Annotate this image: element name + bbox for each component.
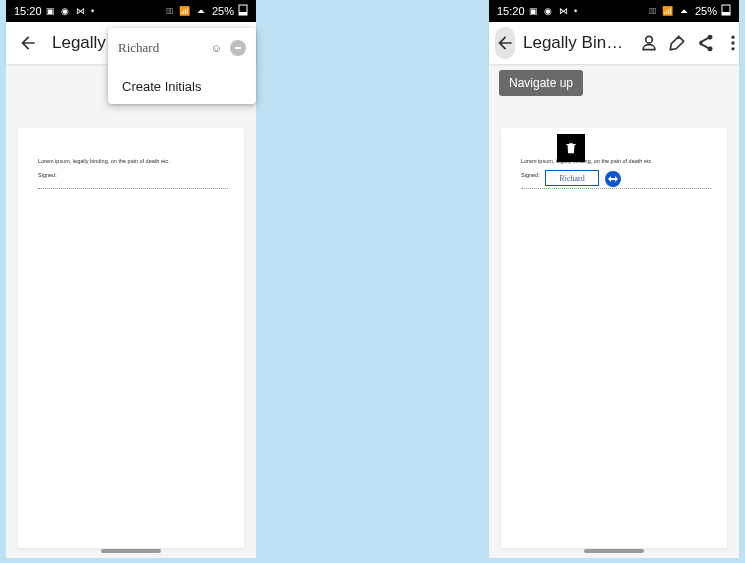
status-left-icons: ▣ ◉ ⋈ • <box>46 6 97 16</box>
signature-line <box>521 188 711 189</box>
minus-icon <box>233 43 243 53</box>
smiley-icon: ☺ <box>211 42 222 54</box>
signature-option[interactable]: Richard ☺ <box>108 28 256 68</box>
resize-handle[interactable] <box>605 171 621 187</box>
arrow-left-icon <box>18 33 38 53</box>
svg-point-7 <box>732 47 735 50</box>
phone-screenshot-left: 15:20 ▣ ◉ ⋈ • ◀⃠ 📶 ⏶ 25% Legally Bin… Ri… <box>6 0 256 558</box>
app-bar: Legally Bin… <box>489 22 739 64</box>
document-page[interactable]: Lorem ipsum, legally binding, on the pai… <box>501 128 727 548</box>
overflow-button[interactable] <box>723 27 743 59</box>
battery-icon <box>238 4 248 18</box>
pen-nib-icon <box>667 33 687 53</box>
document-signed-label: Signed: <box>521 172 540 178</box>
remove-signature-button[interactable] <box>230 40 246 56</box>
status-bar: 15:20 ▣ ◉ ⋈ • ◀⃠ 📶 ⏶ 25% <box>6 0 256 22</box>
placed-signature-text: Richard <box>559 174 584 183</box>
svg-rect-1 <box>239 12 247 15</box>
svg-rect-2 <box>235 47 241 49</box>
back-button[interactable] <box>495 27 515 59</box>
status-battery: 25% <box>695 5 717 17</box>
document-page[interactable]: Lorem ipsum, legally binding, on the pai… <box>18 128 244 548</box>
trash-icon <box>564 141 578 155</box>
sign-button[interactable] <box>667 27 687 59</box>
back-button[interactable] <box>12 27 44 59</box>
status-battery: 25% <box>212 5 234 17</box>
create-initials-item[interactable]: Create Initials <box>108 68 256 104</box>
app-title: Legally Bin… <box>523 33 623 53</box>
svg-point-6 <box>732 41 735 44</box>
svg-rect-4 <box>722 12 730 15</box>
navigate-up-tooltip: Navigate up <box>499 70 583 96</box>
status-right-icons: ◀⃠ 📶 ⏶ <box>649 6 691 16</box>
nav-indicator <box>584 549 644 553</box>
status-time: 15:20 <box>497 5 525 17</box>
share-icon <box>695 33 715 53</box>
svg-point-5 <box>732 36 735 39</box>
document-signed-label: Signed: <box>38 172 57 178</box>
document-body-text: Lorem ipsum, legally binding, on the pai… <box>521 158 653 164</box>
placed-signature[interactable]: Richard <box>545 170 599 186</box>
battery-icon <box>721 4 731 18</box>
status-left-icons: ▣ ◉ ⋈ • <box>529 6 580 16</box>
status-time: 15:20 <box>14 5 42 17</box>
signature-popup: Richard ☺ Create Initials <box>108 28 256 104</box>
delete-signature-button[interactable] <box>557 134 585 162</box>
nav-indicator <box>101 549 161 553</box>
arrow-left-icon <box>495 33 515 53</box>
share-button[interactable] <box>695 27 715 59</box>
signature-preview: Richard <box>118 40 203 56</box>
more-vert-icon <box>723 33 743 53</box>
person-icon <box>639 33 659 53</box>
document-body-text: Lorem ipsum, legally binding, on the pai… <box>38 158 170 164</box>
person-button[interactable] <box>639 27 659 59</box>
status-bar: 15:20 ▣ ◉ ⋈ • ◀⃠ 📶 ⏶ 25% <box>489 0 739 22</box>
status-right-icons: ◀⃠ 📶 ⏶ <box>166 6 208 16</box>
phone-screenshot-right: 15:20 ▣ ◉ ⋈ • ◀⃠ 📶 ⏶ 25% Legally Bin… <box>489 0 739 558</box>
signature-line <box>38 188 228 189</box>
resize-arrows-icon <box>608 174 618 184</box>
